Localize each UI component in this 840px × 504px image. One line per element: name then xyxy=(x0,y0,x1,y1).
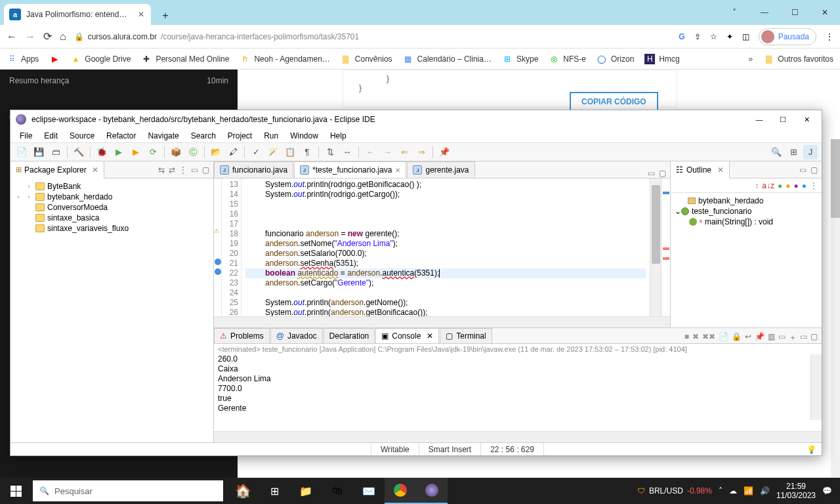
scrollbar-thumb[interactable] xyxy=(652,185,660,264)
forward-icon[interactable]: → xyxy=(25,31,35,43)
overview-ruler[interactable] xyxy=(661,178,670,316)
omnibox[interactable]: 🔒 cursos.alura.com.br/course/java-heranc… xyxy=(74,32,671,41)
eclipse-titlebar[interactable]: eclipse-workspace - bytebank_herdado/src… xyxy=(10,110,822,129)
currency-widget[interactable]: 🛡 BRL/USD -0.98% xyxy=(637,486,712,495)
menu-navigate[interactable]: Navigate xyxy=(142,129,184,142)
editor-tab[interactable]: Jgerente.java xyxy=(407,161,474,178)
start-button[interactable] xyxy=(0,478,32,504)
terminal-tab[interactable]: ▢Terminal xyxy=(440,328,492,343)
back-arrow-icon[interactable]: ← xyxy=(363,145,377,159)
open-type-icon[interactable]: 📂 xyxy=(209,145,223,159)
close-icon[interactable]: ✕ xyxy=(427,331,433,341)
new-tab-button[interactable]: + xyxy=(156,7,175,25)
onedrive-icon[interactable]: ☁ xyxy=(729,486,737,495)
search-icon[interactable]: 🖍 xyxy=(226,145,240,159)
run-last-icon[interactable]: ⟳ xyxy=(146,145,160,159)
forward-arrow-icon[interactable]: → xyxy=(380,145,394,159)
star-icon[interactable]: ☆ xyxy=(710,32,717,41)
task-view-icon[interactable]: ⊞ xyxy=(259,478,290,504)
minimize-icon[interactable]: ― xyxy=(749,112,769,127)
minimize-view-icon[interactable]: ▭ xyxy=(648,169,655,178)
editor-tab-active[interactable]: J*teste_funcionario.java✕ xyxy=(294,161,406,178)
maximize-view-icon[interactable]: ▢ xyxy=(202,165,209,175)
copy-code-button[interactable]: COPIAR CÓDIGO xyxy=(570,92,658,112)
menu-project[interactable]: Project xyxy=(222,129,257,142)
outline-method[interactable]: main(String[]) : void xyxy=(705,217,773,226)
filter-icon[interactable]: a↓z xyxy=(762,181,774,190)
volume-icon[interactable]: 🔊 xyxy=(760,486,770,495)
code-editor[interactable]: 1314151617181920212223242526 System.out.… xyxy=(214,178,670,316)
editor-scrollbar-h[interactable] xyxy=(214,316,670,327)
clear-icon[interactable]: 📄 xyxy=(719,332,728,343)
menu-help[interactable]: Help xyxy=(325,129,352,142)
back-icon[interactable]: ← xyxy=(7,31,17,43)
search-global-icon[interactable]: 🔍 xyxy=(769,145,784,159)
declaration-tab[interactable]: Declaration xyxy=(324,328,375,343)
close-icon[interactable]: ✕ xyxy=(797,112,816,127)
outline-tree[interactable]: bytebank_herdado ⌄teste_funcionario smai… xyxy=(671,193,822,327)
menu-edit[interactable]: Edit xyxy=(39,129,63,142)
menu-icon[interactable]: ⋮ xyxy=(826,32,833,41)
hide-local-icon[interactable]: ● xyxy=(802,181,807,190)
word-wrap-icon[interactable]: ↩ xyxy=(745,332,751,343)
perspective-icon[interactable]: ⊞ xyxy=(786,145,801,159)
menu-window[interactable]: Window xyxy=(285,129,324,142)
scrollbar-thumb[interactable] xyxy=(831,139,840,218)
g-icon[interactable]: G xyxy=(679,32,684,41)
bm-pmed[interactable]: ✚Personal Med Online xyxy=(141,54,229,64)
close-icon[interactable]: ✕ xyxy=(810,0,840,25)
profile-button[interactable]: Pausada xyxy=(759,28,816,45)
wifi-icon[interactable]: 📶 xyxy=(744,486,753,495)
pin-icon[interactable]: 📌 xyxy=(437,145,452,159)
sort-icon[interactable]: ↕ xyxy=(755,181,759,190)
collapse-icon[interactable]: ⇆ xyxy=(158,165,165,175)
maximize-icon[interactable]: ☐ xyxy=(773,112,793,127)
project-tree[interactable]: ›ByteBank ››bytebank_herdado ConversorMo… xyxy=(10,178,213,442)
save-icon[interactable]: 💾 xyxy=(32,145,46,159)
browser-scrollbar[interactable] xyxy=(831,139,840,486)
minimize-view-icon[interactable]: ▭ xyxy=(800,332,807,343)
scroll-lock-icon[interactable]: 🔒 xyxy=(732,332,742,343)
bm-nfse[interactable]: ◎NFS-e xyxy=(549,54,586,64)
chevron-down-icon[interactable]: ˅ xyxy=(719,0,749,25)
menu-source[interactable]: Source xyxy=(64,129,100,142)
bm-neoh[interactable]: hNeoh - Agendamen… xyxy=(240,54,329,64)
problems-tab[interactable]: ⚠Problems xyxy=(214,328,270,343)
new-class-icon[interactable]: Ⓒ xyxy=(186,145,200,159)
close-icon[interactable]: ✕ xyxy=(136,10,146,19)
store-icon[interactable]: 🛍 xyxy=(322,478,353,504)
extensions-icon[interactable]: ✦ xyxy=(726,32,733,41)
paragraph-icon[interactable]: ¶ xyxy=(300,145,314,159)
build-icon[interactable]: 🔨 xyxy=(72,145,86,159)
wand-icon[interactable]: 🪄 xyxy=(266,145,280,159)
remove-launch-icon[interactable]: ✖ xyxy=(692,332,699,343)
code-content[interactable]: System.out.println(rodrigo.getBonificaca… xyxy=(242,178,650,316)
run-icon[interactable]: ▶ xyxy=(112,145,126,159)
project-node[interactable]: sintaxe_variaveis_fluxo xyxy=(47,224,129,233)
project-node[interactable]: ConversorMoeda xyxy=(47,203,108,212)
bm-cal[interactable]: ▦Calendário – Clinia… xyxy=(403,54,492,64)
eclipse-taskbar-icon[interactable] xyxy=(416,478,448,504)
menu-run[interactable]: Run xyxy=(259,129,284,142)
bm-conv[interactable]: ▇Convênios xyxy=(341,54,392,64)
minimize-view-icon[interactable]: ▭ xyxy=(799,165,807,175)
toggle-icon[interactable]: ⇅ xyxy=(323,145,337,159)
maximize-view-icon[interactable]: ▢ xyxy=(659,169,666,178)
bm-youtube[interactable]: ▶ xyxy=(49,54,60,64)
taskbar-workspace-icon[interactable]: 🏠 xyxy=(227,483,259,499)
bm-orizon[interactable]: ◯Orizon xyxy=(597,54,634,64)
tip-icon[interactable]: 💡 xyxy=(801,445,822,454)
hide-fields-icon[interactable]: ● xyxy=(778,181,782,190)
console-scrollbar-v[interactable] xyxy=(810,354,822,420)
taskbar-search[interactable]: 🔍Pesquisar xyxy=(33,480,223,501)
editor-scrollbar-v[interactable] xyxy=(650,178,661,316)
sidepanel-icon[interactable]: ◫ xyxy=(742,32,749,41)
bookmarks-overflow[interactable]: » xyxy=(749,54,753,64)
console-scrollbar-h[interactable] xyxy=(214,431,822,442)
project-node[interactable]: ByteBank xyxy=(47,182,81,191)
bm-hmcg[interactable]: HHmcg xyxy=(644,54,679,64)
new-icon[interactable]: 📄 xyxy=(14,145,29,159)
terminate-icon[interactable]: ■ xyxy=(684,332,689,343)
bm-skype[interactable]: ⊞Skype xyxy=(502,54,538,64)
hide-static-icon[interactable]: ● xyxy=(786,181,790,190)
